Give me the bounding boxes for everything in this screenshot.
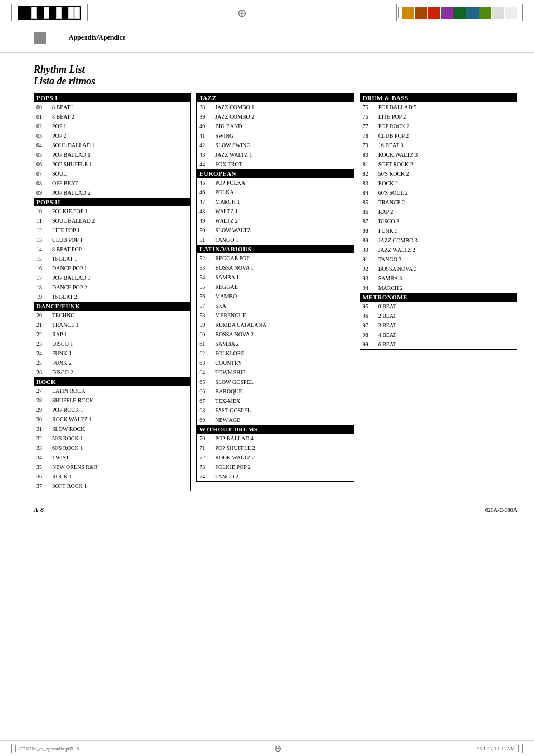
rhythm-name: POP 1 [52,122,66,130]
rhythm-row: 51TANGO 1 [197,235,353,245]
rhythm-name: JAZZ WALTZ 2 [378,246,415,254]
rhythm-row: 950 BEAT [360,302,517,311]
rhythm-name: DISCO 2 [52,368,73,377]
rhythm-row: 55REGGAE [197,282,353,292]
rhythm-row: 85TRANCE 2 [360,198,517,207]
rhythm-number: 89 [363,236,378,245]
rhythm-number: 72 [199,453,215,462]
rhythm-name: RAP 2 [378,208,394,216]
rhythm-row: 24FUNK 1 [34,349,190,358]
rhythm-name: FOX TROT [215,160,242,168]
rhythm-name: FAST GOSPEL [215,406,251,415]
rhythm-name: TOWN SHIP [215,368,245,377]
key-black4 [50,7,55,19]
color-bar [402,7,517,19]
rhythm-row: 61SAMBA 2 [197,339,353,349]
rhythm-row: 03POP 2 [34,131,190,140]
rhythm-name: POP BALLAD 3 [52,274,91,282]
rhythm-name: 50'S ROCK 2 [378,170,409,178]
rhythm-name: JAZZ COMBO 1 [215,103,254,111]
section-header-drum-&-bass: DRUM & BASS [360,93,517,102]
rhythm-name: FUNK 1 [52,349,72,358]
rhythm-name: POP BALLAD 2 [52,189,91,197]
rhythm-row: 21TRANCE 1 [34,320,190,330]
top-bar-left [11,4,88,21]
rhythm-name: 3 BEAT [378,321,397,330]
rhythm-number: 31 [36,425,52,433]
edge-line-7 [521,7,521,18]
rhythm-name: TRANCE 2 [378,198,405,206]
rhythm-number: 38 [199,103,215,111]
rhythm-row: 59RUMBA CATALANA [197,320,353,330]
rhythm-row: 018 BEAT 2 [34,112,190,121]
rhythm-row: 73FOLKIE POP 2 [197,462,353,472]
rhythm-row: 39JAZZ COMBO 2 [197,112,353,121]
rhythm-number: 14 [36,245,52,253]
rhythm-number: 45 [199,179,215,187]
rhythm-number: 76 [363,112,378,121]
rhythm-number: 98 [363,331,378,339]
key-black2 [25,7,31,19]
rhythm-number: 57 [199,302,215,310]
appendix-icon [34,32,46,44]
rhythm-number: 95 [363,302,378,311]
footer-page: A-8 [34,506,44,514]
rhythm-name: SHUFFLE ROCK [52,396,93,405]
rhythm-number: 70 [199,434,215,443]
rhythm-number: 53 [199,264,215,272]
rhythm-number: 46 [199,188,215,196]
rhythm-name: 60'S ROCK 1 [52,444,83,452]
rhythm-number: 52 [199,254,215,262]
rhythm-row: 148 BEAT POP [34,245,190,254]
rhythm-row: 91TANGO 3 [360,255,517,264]
rhythm-name: ROCK 1 [52,472,72,481]
rhythm-number: 59 [199,321,215,329]
rhythm-number: 34 [36,453,52,462]
rhythm-row: 70POP BALLAD 4 [197,434,353,443]
rhythm-number: 19 [36,293,52,301]
rhythm-name: POP ROCK 1 [52,406,83,414]
top-bar: ⊕ [0,0,534,26]
rhythm-name: LITE POP 2 [378,112,406,121]
crosshair-center: ⊕ [237,6,247,20]
rhythm-name: SAMBA 2 [215,340,239,348]
rhythm-name: POP POLKA [215,179,245,187]
rhythm-number: 51 [199,236,215,244]
left-edge-marks [11,4,13,21]
key-white4 [68,7,74,19]
rhythm-name: BOSSA NOVA 2 [215,330,254,339]
rhythm-row: 37SOFT ROCK 1 [34,481,190,491]
rhythm-number: 73 [199,463,215,471]
rhythm-number: 75 [363,103,378,111]
rhythm-row: 996 BEAT [360,340,517,349]
rhythm-number: 15 [36,255,52,263]
rhythm-row: 74TANGO 2 [197,472,353,481]
rhythm-number: 99 [363,340,378,349]
rhythm-row: 72ROCK WALTZ 2 [197,453,353,462]
rhythm-name: 60'S SOUL 2 [378,189,408,197]
rhythm-name: MAMBO [215,292,237,300]
header-section: Appendix/Apéndice [0,26,534,53]
crosshair-icon: ⊕ [237,6,247,20]
rhythm-row: 76LITE POP 2 [360,112,517,121]
rhythm-number: 58 [199,311,215,320]
rhythm-number: 03 [36,132,52,140]
rhythm-row: 62FOLKLORE [197,349,353,358]
rhythm-row: 50SLOW WALTZ [197,226,353,235]
rhythm-row: 008 BEAT 1 [34,102,190,112]
rhythm-name: LITE POP 1 [52,226,80,234]
rhythm-name: JAZZ COMBO 3 [378,236,418,245]
rhythm-name: POP 2 [52,132,66,140]
rhythm-row: 75POP BALLAD 5 [360,102,517,112]
rhythm-number: 20 [36,311,52,320]
rhythm-number: 08 [36,179,52,187]
rhythm-name: RUMBA CATALANA [215,321,266,329]
rhythm-number: 39 [199,112,215,121]
bottom-crosshair: ⊕ [274,743,282,754]
rhythm-number: 64 [199,368,215,377]
rhythm-number: 07 [36,170,52,178]
rhythm-row: 26DISCO 2 [34,368,190,377]
rhythm-name: TANGO 2 [215,472,238,481]
rhythm-number: 60 [199,330,215,339]
color-red [428,7,440,19]
